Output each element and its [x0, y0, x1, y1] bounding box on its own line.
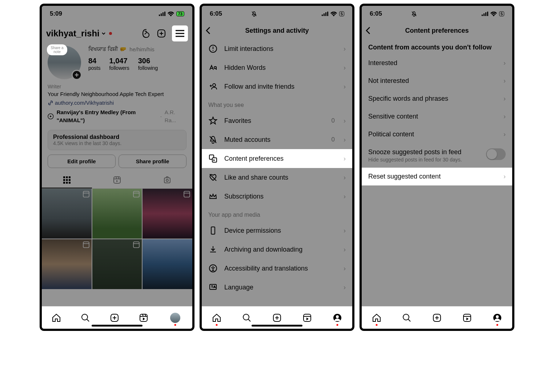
svg-rect-46: [487, 12, 488, 16]
svg-rect-29: [327, 12, 328, 16]
svg-rect-9: [63, 179, 65, 181]
post-thumb[interactable]: [92, 239, 142, 289]
wifi-icon: [168, 12, 174, 16]
svg-rect-11: [69, 179, 71, 181]
row-accessibility[interactable]: Accessibility and translations›: [202, 259, 352, 278]
row-muted[interactable]: Muted accounts0›: [202, 130, 352, 149]
tab-home[interactable]: [212, 313, 222, 323]
row-specific-words[interactable]: Specific words and phrases›: [362, 90, 512, 108]
dnd-icon: [411, 11, 417, 17]
tab-reels[interactable]: [462, 313, 472, 323]
signal-icon: [322, 12, 328, 16]
row-snooze[interactable]: Snooze suggested posts in feed Hide sugg…: [362, 143, 512, 168]
row-interested[interactable]: Interested›: [362, 54, 512, 72]
profile-avatar[interactable]: Share a note: [48, 46, 81, 79]
row-subscriptions[interactable]: Subscriptions›: [202, 187, 352, 206]
create-icon[interactable]: [157, 29, 166, 38]
username-dropdown[interactable]: vikhyat_rishi: [46, 28, 112, 39]
chevron-left-icon: [365, 27, 370, 35]
row-follow-invite[interactable]: Follow and invite friends›: [202, 77, 352, 96]
profile-music[interactable]: Ranvijay's Entry Medley (From "ANIMAL") …: [48, 108, 186, 124]
followers-stat[interactable]: 1,047followers: [109, 57, 129, 71]
hamburger-menu-icon[interactable]: [175, 30, 185, 37]
row-limit-interactions[interactable]: Limit interactions›: [202, 39, 352, 58]
row-political[interactable]: Political content›: [362, 125, 512, 143]
row-language[interactable]: Language›: [202, 278, 352, 297]
threads-icon[interactable]: [141, 29, 151, 38]
row-hidden-words[interactable]: Hidden Words›: [202, 58, 352, 77]
snooze-toggle[interactable]: [486, 148, 506, 160]
row-like-share[interactable]: Like and share counts›: [202, 168, 352, 187]
plus-square-icon: [110, 313, 119, 323]
reels-tab[interactable]: [92, 172, 142, 188]
svg-point-36: [213, 266, 214, 267]
edit-profile-button[interactable]: Edit profile: [48, 155, 116, 168]
row-not-interested[interactable]: Not interested›: [362, 72, 512, 90]
back-button[interactable]: [365, 27, 370, 35]
status-right: 5: [482, 11, 504, 16]
status-right: 5: [322, 11, 344, 16]
bell-off-icon: [209, 135, 217, 144]
home-icon: [212, 313, 221, 323]
svg-rect-49: [463, 314, 471, 321]
profile-link[interactable]: authory.com/Vikhyatrishi: [48, 99, 186, 107]
post-thumb[interactable]: [92, 189, 142, 239]
post-thumb[interactable]: [42, 239, 92, 289]
tab-home[interactable]: [372, 313, 382, 323]
tagged-tab[interactable]: [142, 172, 192, 188]
back-button[interactable]: [205, 27, 210, 35]
share-profile-button[interactable]: Share profile: [119, 155, 186, 168]
row-favorites[interactable]: Favorites0›: [202, 111, 352, 130]
svg-rect-6: [63, 176, 65, 178]
svg-rect-28: [325, 12, 326, 16]
row-archive[interactable]: Archiving and downloading›: [202, 240, 352, 259]
row-device[interactable]: Device permissions›: [202, 221, 352, 240]
svg-rect-13: [66, 182, 68, 184]
svg-rect-21: [83, 242, 89, 248]
row-reset-suggested[interactable]: Reset suggested content›: [362, 168, 512, 185]
svg-rect-8: [69, 176, 71, 178]
grid-tab[interactable]: [42, 172, 92, 188]
reel-badge-icon: [184, 191, 190, 197]
download-icon: [209, 245, 217, 254]
profile-icon: [333, 313, 342, 323]
status-time: 6:05: [370, 10, 382, 17]
post-thumb[interactable]: [142, 189, 192, 239]
post-thumb[interactable]: [42, 189, 92, 239]
row-sensitive[interactable]: Sensitive content›: [362, 108, 512, 125]
signal-icon: [159, 12, 165, 16]
reels-nav-icon: [139, 313, 148, 323]
tab-create[interactable]: [272, 313, 282, 323]
tab-home[interactable]: [51, 313, 61, 323]
tab-profile[interactable]: [170, 313, 180, 323]
posts-stat[interactable]: 84posts: [88, 57, 100, 71]
language-icon: [209, 283, 217, 292]
phone-icon: [209, 226, 217, 235]
tab-search[interactable]: [402, 313, 412, 323]
section-app-media: Your app and media: [202, 206, 352, 221]
tab-search[interactable]: [242, 313, 252, 323]
status-right: 73: [159, 11, 184, 16]
following-stat[interactable]: 306following: [138, 57, 158, 71]
share-note-bubble[interactable]: Share a note: [47, 44, 67, 55]
tab-profile[interactable]: [332, 313, 342, 323]
svg-point-23: [82, 314, 88, 320]
tagged-icon: [163, 176, 171, 184]
row-content-preferences[interactable]: Content preferences›: [202, 149, 352, 168]
tab-create[interactable]: [432, 313, 442, 323]
tab-create[interactable]: [109, 313, 120, 323]
add-user-icon: [209, 82, 217, 91]
search-icon: [402, 313, 412, 323]
svg-rect-25: [140, 314, 147, 321]
signal-icon: [482, 12, 488, 16]
tab-reels[interactable]: [138, 313, 149, 323]
svg-rect-15: [114, 177, 120, 183]
section-heading: Content from accounts you don't follow: [362, 39, 512, 54]
tab-profile[interactable]: [492, 313, 502, 323]
tab-reels[interactable]: [302, 313, 312, 323]
grid-icon: [63, 176, 71, 184]
professional-dashboard[interactable]: Professional dashboard 4.5K views in the…: [48, 130, 186, 150]
post-thumb[interactable]: [142, 239, 192, 289]
add-story-icon[interactable]: [72, 70, 82, 80]
tab-search[interactable]: [80, 313, 91, 323]
